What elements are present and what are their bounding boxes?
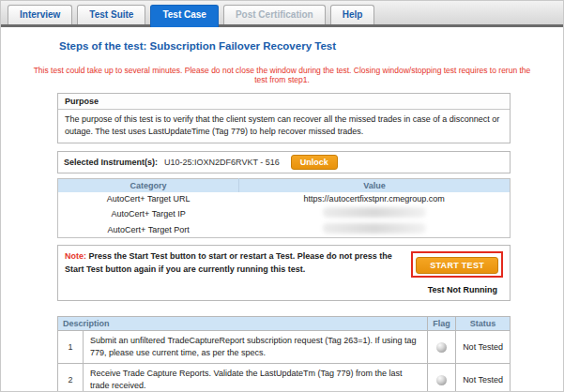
tab-interview[interactable]: Interview [8, 5, 72, 24]
tab-test-suite[interactable]: Test Suite [77, 5, 145, 24]
unlock-button[interactable]: Unlock [291, 155, 338, 170]
redacted-value [323, 223, 426, 234]
config-header-value: Value [238, 179, 510, 193]
config-header-category: Category [58, 179, 239, 193]
start-test-area: START TEST [411, 250, 503, 278]
config-row: AutoCert+ Target Port [58, 221, 511, 238]
config-row: AutoCert+ Target URLhttps://autocertfixs… [58, 192, 511, 205]
steps-header-status: Status [456, 317, 511, 331]
highlight-annotation: START TEST [411, 251, 503, 278]
note-text: Note: Press the Start Test button to sta… [65, 250, 393, 276]
start-test-button[interactable]: START TEST [416, 257, 498, 274]
selected-instrument-bar: Selected Instrument(s): U10-25:IOXN2DF6R… [57, 151, 511, 173]
note-box: Note: Press the Start Test button to sta… [57, 245, 511, 301]
purpose-heading: Purpose [58, 94, 510, 110]
instrument-label: Selected Instrument(s): [64, 158, 158, 167]
tab-test-case[interactable]: Test Case [150, 5, 219, 27]
step-flag-cell [428, 364, 456, 392]
page-title: Steps of the test: Subscription Failover… [59, 40, 563, 52]
tab-bar: InterviewTest SuiteTest CasePost Certifi… [1, 1, 563, 27]
flag-not-tested-icon [436, 342, 447, 353]
step-number: 1 [58, 331, 84, 364]
step-row: 2Receive Trade Capture Reports. Validate… [58, 364, 511, 392]
steps-header-flag: Flag [428, 317, 456, 331]
config-row: AutoCert+ Target IP [58, 205, 511, 221]
steps-header-row: Description Flag Status [58, 317, 511, 331]
main-column: Purpose The purpose of this test is to v… [57, 93, 511, 392]
step-description: Submit an unfiltered TradeCaptureReport … [84, 331, 428, 364]
purpose-text: The purpose of this test is to verify th… [58, 110, 510, 143]
tab-post-certification: Post Certification [223, 5, 326, 24]
tab-help[interactable]: Help [330, 5, 375, 24]
config-table: Category Value AutoCert+ Target URLhttps… [57, 178, 511, 238]
redacted-value [323, 207, 426, 218]
warning-text: This test could take up to several minut… [29, 66, 535, 84]
config-category-cell: AutoCert+ Target URL [58, 192, 239, 205]
config-value-cell [238, 221, 510, 238]
step-description: Receive Trade Capture Reports. Validate … [84, 364, 428, 392]
instrument-value: U10-25:IOXN2DF6RVKT - 516 [164, 158, 280, 167]
step-row: 1Submit an unfiltered TradeCaptureReport… [58, 331, 511, 364]
purpose-box: Purpose The purpose of this test is to v… [57, 93, 511, 143]
note-row: Note: Press the Start Test button to sta… [65, 250, 503, 278]
step-status: Not Tested [456, 331, 511, 364]
flag-not-tested-icon [436, 375, 447, 385]
step-number: 2 [58, 364, 84, 392]
autocert-test-window: InterviewTest SuiteTest CasePost Certifi… [0, 0, 564, 392]
note-label: Note: [65, 251, 86, 261]
note-body: Press the Start Test button to start or … [65, 251, 392, 274]
content-area: Steps of the test: Subscription Failover… [1, 27, 563, 392]
steps-table: Description Flag Status 1Submit an unfil… [57, 316, 511, 392]
step-flag-cell [428, 331, 456, 364]
config-category-cell: AutoCert+ Target IP [58, 205, 239, 221]
step-status: Not Tested [456, 364, 511, 392]
test-status-text: Test Not Running [65, 285, 497, 294]
config-category-cell: AutoCert+ Target Port [58, 221, 239, 238]
config-header-row: Category Value [58, 179, 511, 193]
config-value-cell [238, 205, 510, 221]
config-value-cell: https://autocertfixstpnr.cmegroup.com [238, 192, 510, 205]
steps-header-description: Description [58, 317, 428, 331]
